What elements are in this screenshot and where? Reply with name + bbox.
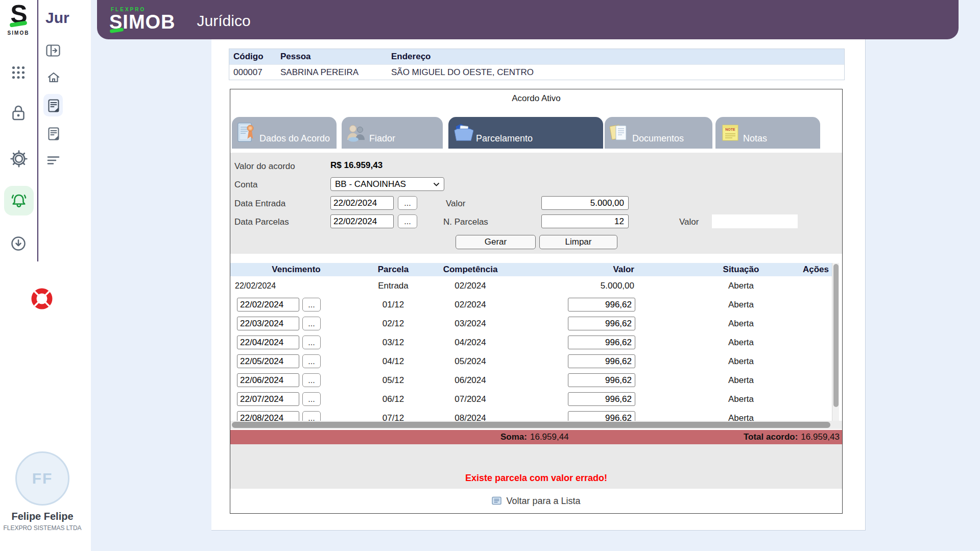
due-date-browse-button[interactable]: ... — [302, 392, 321, 406]
horizontal-scrollbar-thumb[interactable] — [232, 422, 830, 428]
installment-value-input[interactable] — [568, 373, 635, 387]
due-date-browse-button[interactable]: ... — [302, 354, 321, 368]
installments-date-label: Data Parcelas — [234, 217, 289, 227]
due-date-input[interactable] — [237, 336, 299, 349]
installment-number: 07/12 — [362, 413, 424, 421]
notifications-bell-icon[interactable] — [4, 186, 34, 215]
entry-value-label: Valor — [446, 199, 465, 209]
total-label: Total acordo: — [744, 432, 798, 442]
col-valor: Valor — [516, 265, 641, 275]
installment-row: ... 01/12 02/2024 Aberta — [230, 295, 832, 314]
person-row: 000007 SABRINA PEREIRA SÃO MIGUEL DO OES… — [229, 64, 844, 80]
vertical-scrollbar-thumb[interactable] — [833, 264, 839, 407]
due-date-input[interactable] — [237, 354, 299, 368]
installment-status: Aberta — [641, 300, 800, 310]
installment-value-input[interactable] — [568, 411, 635, 421]
due-date-text: 22/02/2024 — [235, 281, 276, 291]
avatar[interactable]: FF — [15, 451, 69, 506]
due-date-input[interactable] — [237, 411, 299, 421]
col-acoes: Ações — [800, 265, 832, 275]
due-date-browse-button[interactable]: ... — [302, 373, 321, 387]
user-block[interactable]: FF Felipe Felipe FLEXPRO SISTEMAS LTDA — [0, 451, 85, 532]
lock-icon[interactable] — [10, 104, 27, 122]
main-content: Código Pessoa Endereço 000007 SABRINA PE… — [211, 39, 866, 531]
installment-value-input[interactable] — [568, 317, 635, 330]
sidebar: S SIMOB — [0, 0, 91, 551]
tab-fiador[interactable]: Fiador — [342, 117, 443, 149]
installment-row: 22/02/2024 Entrada 02/2024 5.000,00 Aber… — [230, 276, 832, 295]
due-date-input[interactable] — [237, 373, 299, 387]
due-date-input[interactable] — [237, 392, 299, 406]
tab-dados-do-acordo[interactable]: Dados do Acordo — [232, 117, 337, 149]
due-date-input[interactable] — [237, 317, 299, 330]
installment-value-input[interactable] — [568, 354, 635, 368]
user-name: Felipe Felipe — [0, 511, 85, 522]
vertical-scrollbar[interactable] — [832, 263, 839, 421]
sum-text: Soma:16.959,44 — [500, 432, 569, 442]
entry-date-input[interactable] — [330, 196, 394, 210]
col-pessoa: Pessoa — [276, 52, 387, 62]
back-to-list-link[interactable]: Voltar para a Lista — [230, 489, 842, 513]
tab-documentos[interactable]: Documentos — [605, 117, 712, 149]
documents-icon — [609, 122, 630, 143]
installments-count-input[interactable] — [541, 214, 629, 228]
download-icon[interactable] — [10, 235, 27, 252]
extra-value-input[interactable] — [712, 214, 798, 228]
installment-row: ... 02/12 03/2024 Aberta — [230, 314, 832, 333]
module-title: Jurídico — [197, 12, 251, 30]
home-icon[interactable] — [47, 71, 60, 83]
brand-simob: SIMOB — [109, 12, 176, 33]
generate-button[interactable]: Gerar — [456, 235, 536, 249]
back-to-list-label: Voltar para a Lista — [506, 496, 580, 507]
due-date-browse-button[interactable]: ... — [302, 298, 321, 312]
svg-text:NOTE: NOTE — [725, 128, 735, 131]
installments-date-browse-button[interactable]: ... — [398, 214, 417, 228]
gear-icon[interactable] — [9, 149, 29, 169]
installments-count-label: N. Parcelas — [443, 217, 488, 227]
installment-value-input[interactable] — [568, 336, 635, 349]
document-icon[interactable] — [48, 99, 59, 112]
certificate-icon — [236, 122, 257, 143]
note-icon: NOTE — [720, 122, 740, 143]
due-date-browse-button[interactable]: ... — [302, 336, 321, 349]
horizontal-scrollbar[interactable] — [230, 421, 842, 429]
installment-value-input[interactable] — [568, 392, 635, 406]
list-lines-icon[interactable] — [47, 156, 60, 165]
col-competencia: Competência — [424, 265, 516, 275]
installment-status: Aberta — [641, 356, 800, 367]
col-vencimento: Vencimento — [230, 265, 362, 275]
person-table-header: Código Pessoa Endereço — [229, 49, 844, 64]
installment-status: Aberta — [641, 413, 800, 421]
error-message: Existe parcela com valor errado! — [230, 473, 842, 484]
tab-notas[interactable]: NOTE Notas — [715, 117, 820, 149]
sidebar-divider — [37, 0, 38, 261]
account-select[interactable]: BB - CANOINHAS — [330, 177, 444, 191]
person-codigo: 000007 — [229, 67, 276, 78]
agreement-value: R$ 16.959,43 — [330, 160, 383, 171]
due-date-browse-button[interactable]: ... — [302, 411, 321, 421]
lifebuoy-icon[interactable] — [29, 286, 55, 312]
tab-parcelamento[interactable]: Parcelamento — [448, 117, 603, 149]
document-icon-2[interactable] — [48, 127, 59, 140]
competence: 08/2024 — [424, 413, 516, 421]
agreement-panel: Acordo Ativo Dados do Acordo Fiador Parc… — [230, 89, 843, 514]
extra-value-label: Valor — [679, 217, 699, 227]
person-endereco: SÃO MIGUEL DO OESTE, CENTRO — [387, 67, 844, 78]
installments-date-input[interactable] — [330, 214, 394, 228]
app-screen: S SIMOB — [0, 0, 980, 551]
clear-button[interactable]: Limpar — [539, 235, 617, 249]
panel-expand-icon[interactable] — [46, 44, 60, 57]
due-date-browse-button[interactable]: ... — [302, 317, 321, 330]
installment-row: ... 05/12 06/2024 Aberta — [230, 371, 832, 390]
installments-header: Vencimento Parcela Competência Valor Sit… — [230, 263, 832, 276]
installment-value-input[interactable] — [568, 298, 635, 312]
entry-value-input[interactable] — [541, 196, 629, 210]
entry-date-browse-button[interactable]: ... — [398, 196, 417, 210]
due-date-input[interactable] — [237, 298, 299, 312]
installment-form-bg — [230, 153, 842, 254]
competence: 02/2024 — [424, 281, 516, 291]
total-value: 16.959,43 — [801, 432, 840, 442]
apps-grid-icon[interactable] — [11, 65, 26, 80]
installment-number: 03/12 — [362, 338, 424, 348]
col-codigo: Código — [229, 52, 276, 62]
